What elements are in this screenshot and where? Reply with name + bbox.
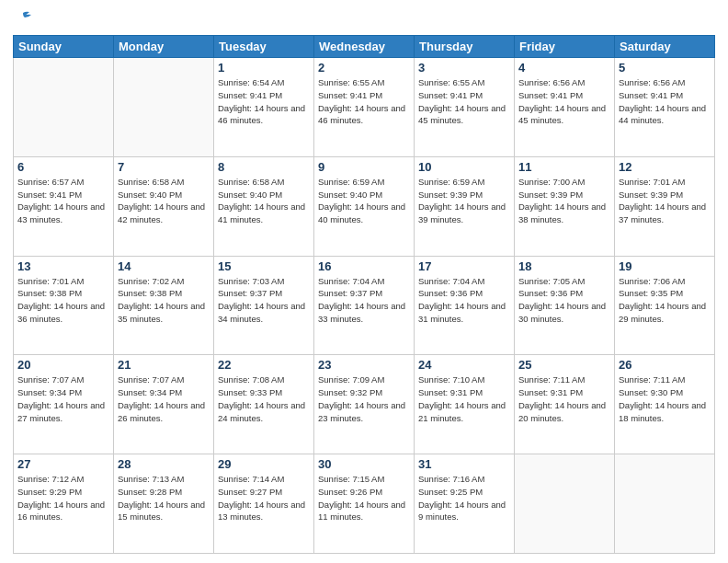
day-info: Sunrise: 7:09 AMSunset: 9:32 PMDaylight:… bbox=[318, 373, 410, 424]
calendar-cell: 28Sunrise: 7:13 AMSunset: 9:28 PMDayligh… bbox=[114, 454, 214, 554]
day-info: Sunrise: 6:55 AMSunset: 9:41 PMDaylight:… bbox=[318, 76, 410, 127]
calendar-header-wednesday: Wednesday bbox=[314, 36, 415, 58]
day-number: 24 bbox=[418, 358, 510, 372]
calendar-cell: 7Sunrise: 6:58 AMSunset: 9:40 PMDaylight… bbox=[114, 156, 214, 256]
calendar-cell: 3Sunrise: 6:55 AMSunset: 9:41 PMDaylight… bbox=[415, 58, 515, 157]
calendar-week-1: 1Sunrise: 6:54 AMSunset: 9:41 PMDaylight… bbox=[14, 58, 715, 157]
day-info: Sunrise: 7:05 AMSunset: 9:36 PMDaylight:… bbox=[518, 275, 610, 326]
day-info: Sunrise: 7:11 AMSunset: 9:31 PMDaylight:… bbox=[518, 373, 610, 424]
day-info: Sunrise: 6:55 AMSunset: 9:41 PMDaylight:… bbox=[418, 76, 510, 127]
calendar-table: SundayMondayTuesdayWednesdayThursdayFrid… bbox=[13, 35, 715, 554]
calendar-week-4: 20Sunrise: 7:07 AMSunset: 9:34 PMDayligh… bbox=[14, 355, 715, 454]
calendar-cell: 31Sunrise: 7:16 AMSunset: 9:25 PMDayligh… bbox=[415, 454, 515, 554]
calendar-cell bbox=[615, 454, 715, 554]
calendar-cell: 23Sunrise: 7:09 AMSunset: 9:32 PMDayligh… bbox=[314, 355, 415, 454]
calendar-cell: 6Sunrise: 6:57 AMSunset: 9:41 PMDaylight… bbox=[14, 156, 114, 256]
day-info: Sunrise: 6:56 AMSunset: 9:41 PMDaylight:… bbox=[518, 76, 610, 127]
calendar-cell: 8Sunrise: 6:58 AMSunset: 9:40 PMDaylight… bbox=[214, 156, 314, 256]
calendar-cell: 13Sunrise: 7:01 AMSunset: 9:38 PMDayligh… bbox=[14, 256, 114, 355]
calendar-cell: 11Sunrise: 7:00 AMSunset: 9:39 PMDayligh… bbox=[515, 156, 615, 256]
calendar-header-friday: Friday bbox=[515, 36, 615, 58]
calendar-cell: 1Sunrise: 6:54 AMSunset: 9:41 PMDaylight… bbox=[214, 58, 314, 157]
day-number: 9 bbox=[318, 160, 410, 174]
day-info: Sunrise: 6:58 AMSunset: 9:40 PMDaylight:… bbox=[118, 176, 210, 226]
day-info: Sunrise: 7:08 AMSunset: 9:33 PMDaylight:… bbox=[218, 373, 310, 424]
day-number: 15 bbox=[218, 259, 310, 273]
calendar-cell: 14Sunrise: 7:02 AMSunset: 9:38 PMDayligh… bbox=[114, 256, 214, 355]
day-info: Sunrise: 7:15 AMSunset: 9:26 PMDaylight:… bbox=[318, 473, 410, 523]
day-number: 7 bbox=[118, 160, 210, 174]
logo-icon bbox=[13, 9, 33, 29]
day-number: 5 bbox=[619, 61, 711, 75]
calendar-header-thursday: Thursday bbox=[415, 36, 515, 58]
day-info: Sunrise: 7:01 AMSunset: 9:38 PMDaylight:… bbox=[17, 275, 109, 326]
day-info: Sunrise: 7:01 AMSunset: 9:39 PMDaylight:… bbox=[619, 176, 711, 226]
day-number: 29 bbox=[218, 457, 310, 471]
day-info: Sunrise: 6:58 AMSunset: 9:40 PMDaylight:… bbox=[218, 176, 310, 226]
day-number: 8 bbox=[218, 160, 310, 174]
day-info: Sunrise: 7:04 AMSunset: 9:36 PMDaylight:… bbox=[418, 275, 510, 326]
day-info: Sunrise: 6:59 AMSunset: 9:40 PMDaylight:… bbox=[318, 176, 410, 226]
day-info: Sunrise: 7:10 AMSunset: 9:31 PMDaylight:… bbox=[418, 373, 510, 424]
calendar-cell: 30Sunrise: 7:15 AMSunset: 9:26 PMDayligh… bbox=[314, 454, 415, 554]
day-number: 6 bbox=[17, 160, 109, 174]
calendar-cell: 17Sunrise: 7:04 AMSunset: 9:36 PMDayligh… bbox=[415, 256, 515, 355]
day-number: 13 bbox=[17, 259, 109, 273]
day-number: 23 bbox=[318, 358, 410, 372]
header bbox=[13, 9, 715, 29]
calendar-cell: 21Sunrise: 7:07 AMSunset: 9:34 PMDayligh… bbox=[114, 355, 214, 454]
day-info: Sunrise: 7:16 AMSunset: 9:25 PMDaylight:… bbox=[418, 473, 510, 523]
calendar-cell bbox=[14, 58, 114, 157]
day-info: Sunrise: 6:57 AMSunset: 9:41 PMDaylight:… bbox=[17, 176, 109, 226]
calendar-cell: 27Sunrise: 7:12 AMSunset: 9:29 PMDayligh… bbox=[14, 454, 114, 554]
day-number: 26 bbox=[619, 358, 711, 372]
calendar-cell: 4Sunrise: 6:56 AMSunset: 9:41 PMDaylight… bbox=[515, 58, 615, 157]
calendar-week-3: 13Sunrise: 7:01 AMSunset: 9:38 PMDayligh… bbox=[14, 256, 715, 355]
day-info: Sunrise: 7:14 AMSunset: 9:27 PMDaylight:… bbox=[218, 473, 310, 523]
day-number: 3 bbox=[418, 61, 510, 75]
day-number: 30 bbox=[318, 457, 410, 471]
day-number: 4 bbox=[518, 61, 610, 75]
day-number: 22 bbox=[218, 358, 310, 372]
day-info: Sunrise: 7:06 AMSunset: 9:35 PMDaylight:… bbox=[619, 275, 711, 326]
day-info: Sunrise: 6:54 AMSunset: 9:41 PMDaylight:… bbox=[218, 76, 310, 127]
calendar-header-row: SundayMondayTuesdayWednesdayThursdayFrid… bbox=[14, 36, 715, 58]
logo bbox=[13, 9, 35, 29]
day-info: Sunrise: 7:13 AMSunset: 9:28 PMDaylight:… bbox=[118, 473, 210, 523]
day-info: Sunrise: 7:03 AMSunset: 9:37 PMDaylight:… bbox=[218, 275, 310, 326]
day-info: Sunrise: 6:56 AMSunset: 9:41 PMDaylight:… bbox=[619, 76, 711, 127]
calendar-cell: 19Sunrise: 7:06 AMSunset: 9:35 PMDayligh… bbox=[615, 256, 715, 355]
day-info: Sunrise: 6:59 AMSunset: 9:39 PMDaylight:… bbox=[418, 176, 510, 226]
calendar-cell: 29Sunrise: 7:14 AMSunset: 9:27 PMDayligh… bbox=[214, 454, 314, 554]
calendar-header-tuesday: Tuesday bbox=[214, 36, 314, 58]
calendar-cell bbox=[114, 58, 214, 157]
calendar-cell: 5Sunrise: 6:56 AMSunset: 9:41 PMDaylight… bbox=[615, 58, 715, 157]
calendar-cell: 16Sunrise: 7:04 AMSunset: 9:37 PMDayligh… bbox=[314, 256, 415, 355]
calendar-cell: 26Sunrise: 7:11 AMSunset: 9:30 PMDayligh… bbox=[615, 355, 715, 454]
day-number: 19 bbox=[619, 259, 711, 273]
calendar-cell: 15Sunrise: 7:03 AMSunset: 9:37 PMDayligh… bbox=[214, 256, 314, 355]
day-number: 18 bbox=[518, 259, 610, 273]
day-number: 16 bbox=[318, 259, 410, 273]
calendar-header-monday: Monday bbox=[114, 36, 214, 58]
day-number: 21 bbox=[118, 358, 210, 372]
day-info: Sunrise: 7:12 AMSunset: 9:29 PMDaylight:… bbox=[17, 473, 109, 523]
calendar-week-5: 27Sunrise: 7:12 AMSunset: 9:29 PMDayligh… bbox=[14, 454, 715, 554]
day-number: 2 bbox=[318, 61, 410, 75]
calendar-cell: 25Sunrise: 7:11 AMSunset: 9:31 PMDayligh… bbox=[515, 355, 615, 454]
day-number: 28 bbox=[118, 457, 210, 471]
calendar-cell: 18Sunrise: 7:05 AMSunset: 9:36 PMDayligh… bbox=[515, 256, 615, 355]
calendar-cell: 24Sunrise: 7:10 AMSunset: 9:31 PMDayligh… bbox=[415, 355, 515, 454]
calendar-header-saturday: Saturday bbox=[615, 36, 715, 58]
day-info: Sunrise: 7:02 AMSunset: 9:38 PMDaylight:… bbox=[118, 275, 210, 326]
calendar-cell: 12Sunrise: 7:01 AMSunset: 9:39 PMDayligh… bbox=[615, 156, 715, 256]
day-number: 14 bbox=[118, 259, 210, 273]
calendar-week-2: 6Sunrise: 6:57 AMSunset: 9:41 PMDaylight… bbox=[14, 156, 715, 256]
day-number: 1 bbox=[218, 61, 310, 75]
day-info: Sunrise: 7:00 AMSunset: 9:39 PMDaylight:… bbox=[518, 176, 610, 226]
day-number: 27 bbox=[17, 457, 109, 471]
day-info: Sunrise: 7:07 AMSunset: 9:34 PMDaylight:… bbox=[118, 373, 210, 424]
day-number: 17 bbox=[418, 259, 510, 273]
calendar-cell: 2Sunrise: 6:55 AMSunset: 9:41 PMDaylight… bbox=[314, 58, 415, 157]
calendar-cell: 22Sunrise: 7:08 AMSunset: 9:33 PMDayligh… bbox=[214, 355, 314, 454]
